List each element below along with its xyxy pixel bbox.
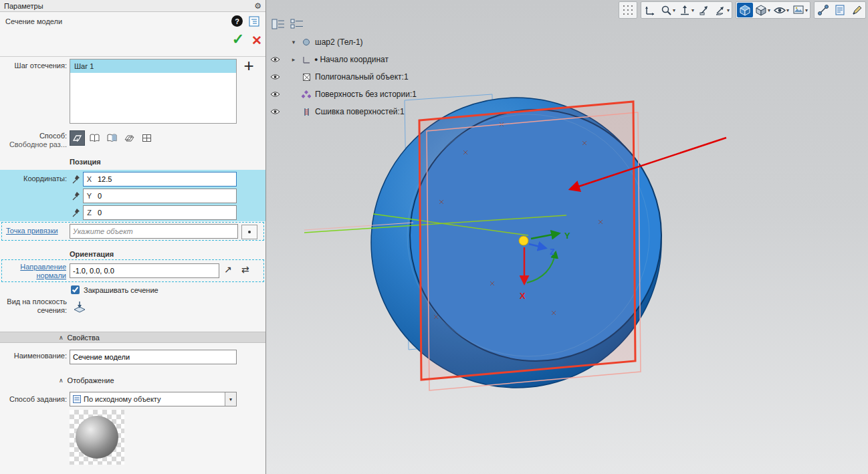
direction-vector-button[interactable]: ↗ [224,264,232,275]
axis-z-label: Z [550,247,554,257]
chevron-down-icon: ▾ [691,7,694,13]
styles-button[interactable] [849,3,865,17]
method-by-object-button[interactable] [139,130,154,146]
method-by-plane-button[interactable] [87,130,102,146]
axis-y-label: Y [564,231,570,241]
origin-icon [302,55,311,64]
pin-z-button[interactable] [70,205,83,220]
method-free-button[interactable] [70,130,85,146]
panel-settings-button[interactable]: ⚙ [254,2,261,10]
name-label: Наименование: [3,352,67,360]
anchor-point-link[interactable]: Точка привязки [6,227,58,235]
parameter-sets-icon [249,16,259,27]
pin-icon [72,191,80,201]
view-on-section-plane-button[interactable] [71,299,88,316]
grid-icon [622,4,634,16]
coordinate-planes-button[interactable] [642,3,658,17]
tree-row-surface[interactable]: Поверхность без истории:1 [270,86,417,103]
method-by-sketch-button[interactable] [122,130,137,146]
orient-normal-button[interactable]: ▾ [677,3,695,17]
pin-icon [72,174,80,184]
coordinate-x-input[interactable] [96,173,236,185]
hide-objects-button[interactable]: ▾ [772,3,790,17]
add-step-button[interactable]: + [239,55,259,76]
orient-front-button[interactable] [696,3,712,17]
polygonal-object-icon [302,73,311,82]
view-cube-button[interactable] [737,3,753,17]
pick-point-button[interactable] [241,225,257,239]
normal-direction-link[interactable]: Направление нормали [3,263,66,280]
parameters-panel: Параметры ⚙ Сечение модели ? ✓ ✕ Шаг отс… [0,0,266,474]
tree-row-origin[interactable]: ▸ ● Начало координат [270,51,417,68]
viewport-toolbar: ▾ ▾ ▾ ▾ ▾ [619,1,866,19]
display-mode-button[interactable]: ▾ [754,3,772,17]
panel-titlebar: Параметры ⚙ [0,0,265,12]
image-quality-button[interactable]: ▾ [791,3,809,17]
visibility-toggle[interactable] [270,74,280,80]
tree-root-label[interactable]: шар2 (Тел-1) [315,37,363,47]
visibility-toggle[interactable] [270,56,280,63]
body-icon [302,38,310,46]
eye-icon [270,74,280,80]
pin-x-button[interactable] [70,172,83,187]
tree-item-label[interactable]: Начало координат [320,55,389,64]
grid-snap-button[interactable] [620,3,636,17]
cancel-button[interactable]: ✕ [249,32,265,48]
tree-item-label[interactable]: Сшивка поверхностей:1 [315,107,405,116]
assign-method-dropdown[interactable]: По исходному объекту ▾ [70,392,237,406]
navigator-toggle-button[interactable] [272,19,285,31]
section-name-input[interactable] [70,350,237,364]
origin-handle[interactable] [519,236,528,245]
expand-open-icon[interactable]: ▾ [288,39,300,45]
pin-y-button[interactable] [70,189,83,203]
method-by-surface-button[interactable] [104,130,120,146]
arrow-front-icon [698,4,710,16]
step-label: Шаг отсечения: [3,62,67,70]
composition-toggle-button[interactable] [290,19,304,31]
confirm-button[interactable]: ✓ [229,31,247,48]
zoom-button[interactable]: ▾ [659,3,677,17]
secondary-panel-button[interactable] [832,3,848,17]
coordinate-y-input[interactable] [96,190,236,202]
step-list[interactable]: Шаг 1 [70,59,237,124]
reverse-direction-button[interactable]: ⇄ [241,264,249,275]
brush-icon [851,4,863,16]
orient-iso-button[interactable]: ▾ [713,3,731,17]
stacked-planes-icon [124,134,134,142]
visibility-toggle[interactable] [270,108,280,115]
tree-item-label[interactable]: Поверхность без истории:1 [315,90,417,99]
step-list-item[interactable]: Шаг 1 [70,60,236,73]
properties-section-bar[interactable]: ∧ Свойства [0,332,265,343]
tree-item-label[interactable]: Полигональный объект:1 [315,72,409,82]
tree-row-stitch[interactable]: Сшивка поверхностей:1 [270,103,417,120]
help-button[interactable]: ? [231,15,243,27]
anchor-object-input[interactable] [70,224,238,239]
fill-section-checkbox[interactable] [71,285,80,294]
chevron-down-icon: ▾ [768,7,770,13]
tree-panel-icon [272,19,285,29]
plus-icon: + [243,55,253,76]
source-object-icon [72,394,82,404]
constraints-button[interactable] [815,3,831,17]
coordinate-z-input[interactable] [96,207,236,219]
coord-row-y: Y [70,189,237,203]
tree-row-root[interactable]: ▾ шар2 (Тел-1) [270,33,417,51]
axis-z-field-label: Z [84,209,96,217]
orientation-header: Ориентация [70,250,114,258]
display-section-header[interactable]: ∧ Отображение [0,374,265,386]
check-icon: ✓ [232,31,244,47]
chevron-down-icon[interactable]: ▾ [225,392,236,406]
3d-viewport[interactable]: X Y Z ▾ ▾ [266,0,868,474]
fill-section-row: Закрашивать сечение [71,285,158,294]
chevron-down-icon: ▾ [673,7,675,13]
tree-row-polygonal-object[interactable]: Полигональный объект:1 [270,68,417,86]
expand-closed-icon[interactable]: ▸ [288,56,300,63]
magnifier-icon [660,4,672,16]
parameter-sets-button[interactable] [248,15,260,27]
visibility-toggle[interactable] [270,91,280,98]
shaded-cube-icon [755,4,767,16]
help-icon: ? [235,17,239,25]
render-icon [792,4,804,16]
normal-vector-input[interactable] [70,263,219,278]
free-plane-icon [72,133,82,143]
